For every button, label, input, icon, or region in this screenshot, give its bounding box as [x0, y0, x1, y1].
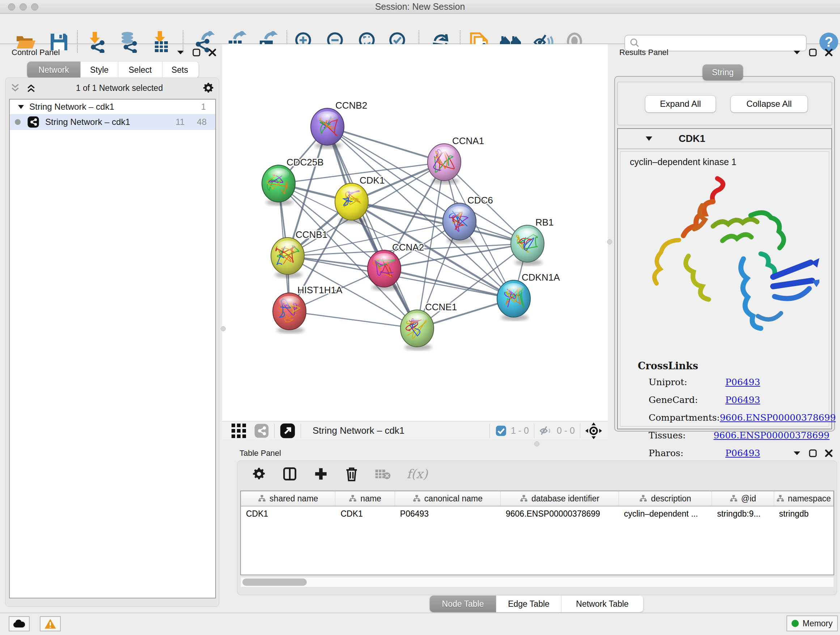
edge-CCNB2-CCNE1[interactable] [327, 127, 417, 328]
node-label-CCNA1: CCNA1 [452, 135, 484, 146]
panel-float-icon[interactable] [809, 449, 817, 457]
table-cell[interactable]: stringdb:9... [712, 507, 774, 521]
column-header-description[interactable]: description [619, 491, 712, 506]
network-status-dot [15, 119, 21, 125]
column-header-canonical-name[interactable]: canonical name [395, 491, 501, 506]
window-close-button[interactable] [8, 3, 15, 11]
expand-all-icon[interactable] [26, 82, 36, 93]
crosslink-link[interactable]: 9606.ENSP00000378699 [720, 412, 836, 423]
crosslink-link[interactable]: P06493 [725, 394, 760, 405]
column-type-icon [639, 494, 647, 502]
edge-CDK1-RB1[interactable] [352, 202, 527, 244]
create-column-icon[interactable] [313, 466, 328, 481]
column-header-namespace[interactable]: namespace [774, 491, 834, 506]
protein-node-CCNE1[interactable] [401, 310, 434, 350]
node-label-CCNB1: CCNB1 [295, 229, 327, 240]
expand-all-button[interactable]: Expand All [645, 95, 716, 112]
gear-icon[interactable] [202, 82, 215, 94]
collapse-all-icon[interactable] [10, 82, 21, 93]
show-columns-icon[interactable] [282, 466, 297, 481]
protein-node-RB1[interactable] [511, 225, 544, 266]
table-row[interactable]: CDK1CDK1P064939606.ENSP00000378699cyclin… [241, 507, 834, 521]
panel-menu-icon[interactable] [793, 50, 801, 55]
panel-float-icon[interactable] [809, 49, 817, 57]
collapse-all-button[interactable]: Collapse All [730, 95, 808, 112]
warning-button[interactable] [40, 616, 61, 631]
edge-CCNB2-CCNA1[interactable] [327, 127, 444, 162]
panel-float-icon[interactable] [193, 49, 201, 57]
tab-node-table[interactable]: Node Table [430, 595, 496, 612]
protein-node-CDC25B[interactable] [262, 165, 295, 206]
panel-close-icon[interactable] [825, 449, 833, 457]
protein-node-CCNB1[interactable] [271, 238, 304, 278]
tab-string[interactable]: String [703, 65, 743, 80]
delete-table-icon [375, 467, 391, 480]
splitter-handle[interactable] [221, 326, 226, 331]
table-cell[interactable]: cyclin–dependent ... [619, 507, 712, 521]
crosslink-row: Uniprot:P06493 [649, 377, 829, 387]
panel-menu-icon[interactable] [793, 451, 801, 456]
grid-view-icon[interactable] [230, 422, 248, 440]
tab-network[interactable]: Network [27, 62, 81, 78]
detach-view-icon[interactable] [279, 423, 295, 439]
fit-content-icon[interactable] [585, 423, 602, 439]
node-label-HIST1H1A: HIST1H1A [297, 285, 343, 295]
table-options-gear-icon[interactable] [252, 467, 266, 481]
column-type-icon [413, 494, 421, 502]
tab-select[interactable]: Select [118, 62, 163, 78]
table-tabs: Node Table Edge Table Network Table [430, 595, 643, 612]
window-minimize-button[interactable] [19, 3, 27, 11]
table-cell[interactable]: CDK1 [241, 507, 335, 521]
panel-close-icon[interactable] [208, 49, 216, 57]
selected-checkbox-icon[interactable] [495, 424, 507, 437]
protein-node-CCNA2[interactable] [368, 250, 401, 291]
protein-node-CDKN1A[interactable] [497, 280, 531, 321]
tab-network-table[interactable]: Network Table [561, 595, 643, 612]
window-zoom-button[interactable] [31, 3, 38, 11]
panel-close-icon[interactable] [825, 49, 833, 57]
section-expander-icon[interactable] [645, 136, 653, 141]
network-row-selected[interactable]: String Network – cdk1 11 48 [10, 114, 215, 130]
edge-CCNE1-HIST1H1A[interactable] [289, 311, 417, 328]
horizontal-scrollbar[interactable] [241, 578, 834, 587]
column-header-database-identifier[interactable]: database identifier [501, 491, 619, 506]
network-collection-row[interactable]: String Network – cdk1 1 [10, 100, 215, 114]
table-cell[interactable]: stringdb [774, 507, 834, 521]
table-cell[interactable]: 9606.ENSP00000378699 [501, 507, 619, 521]
table-cell[interactable]: CDK1 [335, 507, 395, 521]
tab-style[interactable]: Style [81, 62, 118, 78]
splitter-handle[interactable] [534, 441, 539, 447]
node-label-CCNE1: CCNE1 [425, 302, 457, 312]
control-panel: Control Panel Network Style Select Sets … [3, 46, 221, 610]
tab-sets[interactable]: Sets [163, 62, 197, 78]
node-label-CDKN1A: CDKN1A [522, 272, 560, 283]
crosslink-row: Tissues:9606.ENSP00000378699 [649, 430, 829, 440]
column-header-name[interactable]: name [335, 491, 395, 506]
crosslink-link[interactable]: P06493 [725, 377, 760, 387]
column-header-shared-name[interactable]: shared name [241, 491, 335, 506]
tab-edge-table[interactable]: Edge Table [496, 595, 561, 612]
hidden-counter: 0 - 0 [557, 425, 575, 436]
column-header--id[interactable]: @id [712, 491, 774, 506]
tree-expander-icon[interactable] [18, 105, 24, 109]
table-cell[interactable]: P06493 [395, 507, 501, 521]
crosslink-link[interactable]: 9606.ENSP00000378699 [714, 430, 829, 440]
network-thumbnail-icon[interactable] [254, 423, 269, 439]
protein-node-CCNA1[interactable] [428, 144, 461, 184]
toolbar-separator [301, 424, 301, 438]
delete-column-icon[interactable] [344, 466, 359, 482]
network-canvas[interactable]: CCNB2CCNA1CDC25BCDK1CDC6RB1CCNB1CCNA2CDK… [222, 44, 608, 421]
memory-button[interactable]: Memory [786, 616, 838, 631]
column-type-icon [349, 494, 357, 502]
crosslink-label: Tissues: [649, 430, 714, 440]
collection-count: 1 [201, 102, 206, 112]
protein-node-HIST1H1A[interactable] [273, 293, 306, 333]
scrollbar-thumb[interactable] [242, 578, 307, 586]
cloud-button[interactable] [9, 616, 30, 631]
protein-section-header[interactable]: CDK1 [618, 129, 831, 149]
protein-node-CCNB2[interactable] [311, 108, 344, 149]
crosslink-row: GeneCard:P06493 [649, 394, 829, 405]
edge-CCNA2-CDKN1A[interactable] [384, 269, 514, 299]
panel-menu-icon[interactable] [177, 50, 185, 55]
crosslinks-title: CrossLinks [638, 360, 698, 371]
